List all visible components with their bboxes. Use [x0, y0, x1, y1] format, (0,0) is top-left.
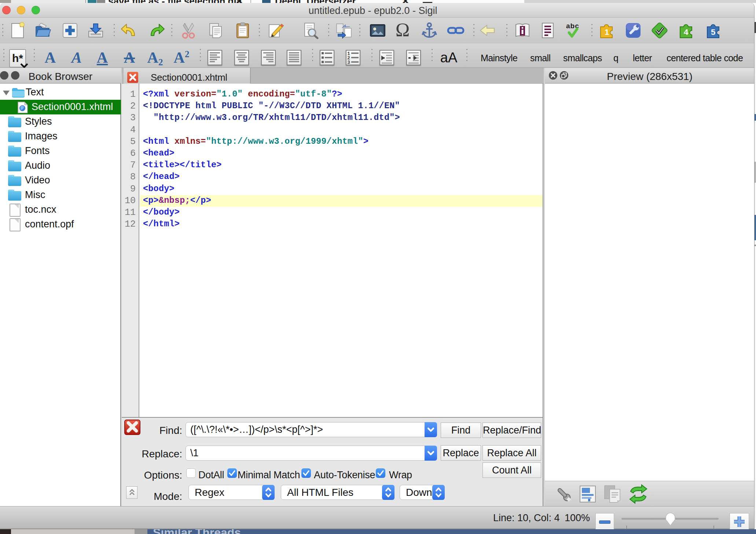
svg-text:1: 1 [605, 28, 609, 37]
svg-text:4: 4 [684, 28, 689, 37]
svg-text:5: 5 [711, 28, 715, 37]
svg-text:3: 3 [347, 60, 350, 65]
